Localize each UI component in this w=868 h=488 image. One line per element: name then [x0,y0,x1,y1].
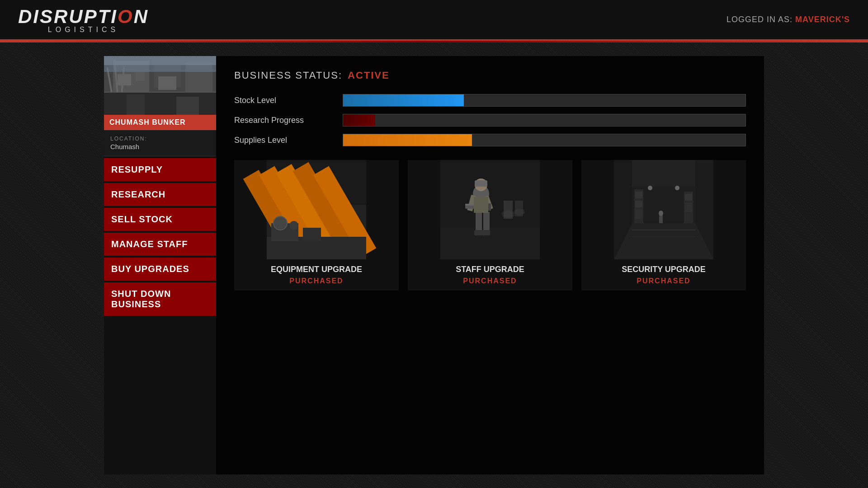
svg-rect-32 [504,201,513,219]
left-panel: Chumash Bunker LOCATION: Chumash Resuppl… [104,56,216,474]
logged-in-label: LOGGED IN AS: [726,15,793,24]
upgrade-card-info-staff-upgrade: Staff UpgradePURCHASED [408,259,572,291]
svg-rect-47 [474,197,488,213]
stat-bar-container-supplies-level [343,134,746,146]
svg-rect-46 [482,230,490,235]
logo-title: DISRUPTION [18,6,149,28]
business-status-row: BUSINESS STATUS: ACTIVE [234,70,746,81]
stat-bar-container-research-progress [343,114,746,127]
svg-rect-16 [104,56,216,65]
upgrade-card-status-equipment-upgrade: PURCHASED [240,277,393,285]
logo-o: O [118,6,134,27]
menu-btn-sell-stock[interactable]: Sell Stock [104,208,216,231]
upgrade-card-status-staff-upgrade: PURCHASED [413,277,567,285]
svg-rect-57 [635,210,642,219]
upgrade-cards: Equipment UpgradePURCHASED Staff Upgrade… [234,160,746,291]
business-status-value: ACTIVE [348,70,390,81]
stat-label-supplies-level: Supplies Level [234,136,334,145]
stats-section: Stock LevelResearch ProgressSupplies Lev… [234,94,746,146]
upgrade-card-name-equipment-upgrade: Equipment Upgrade [240,265,393,274]
main-content: Chumash Bunker LOCATION: Chumash Resuppl… [0,42,868,488]
logged-in-display: LOGGED IN AS: Maverick's [726,15,850,24]
upgrade-card-info-security-upgrade: Security UpgradePURCHASED [581,259,746,291]
svg-rect-11 [176,97,199,115]
svg-rect-45 [474,230,482,235]
upgrade-card-image-security-upgrade [581,160,746,259]
location-info: LOCATION: Chumash [104,130,216,156]
menu-btn-research[interactable]: Research [104,183,216,206]
svg-point-28 [289,221,298,230]
menu-btn-buy-upgrades[interactable]: Buy Upgrades [104,258,216,281]
upgrade-card-name-staff-upgrade: Staff Upgrade [413,265,567,274]
svg-rect-43 [476,212,482,232]
upgrade-card-info-equipment-upgrade: Equipment UpgradePURCHASED [234,259,399,291]
stat-row-research-progress: Research Progress [234,114,746,127]
logo: DISRUPTION LOGISTICS [18,6,149,34]
svg-rect-55 [635,192,642,198]
stat-bar-fill-stock-level [343,94,464,106]
svg-point-65 [648,186,652,190]
svg-rect-37 [475,180,487,187]
stat-row-supplies-level: Supplies Level [234,134,746,146]
bunker-name: Chumash Bunker [104,115,216,130]
upgrade-card-name-security-upgrade: Security Upgrade [587,265,741,274]
svg-rect-10 [127,94,145,115]
menu-buttons: ResupplyResearchSell StockManage StaffBu… [104,158,216,316]
bunker-svg [104,56,216,115]
upgrade-card-status-security-upgrade: PURCHASED [587,277,741,285]
stat-label-research-progress: Research Progress [234,116,334,125]
svg-rect-34 [515,201,523,216]
svg-point-27 [274,216,287,230]
svg-rect-26 [303,228,321,241]
stat-bar-fill-supplies-level [343,134,472,146]
svg-rect-56 [635,201,642,207]
svg-rect-60 [685,203,692,212]
svg-rect-7 [158,76,176,90]
upgrade-card-image-equipment-upgrade [234,160,399,259]
upgrade-card-staff-upgrade[interactable]: Staff UpgradePURCHASED [408,160,572,291]
location-label: LOCATION: [110,136,210,142]
location-value: Chumash [110,143,210,150]
menu-btn-manage-staff[interactable]: Manage Staff [104,233,216,256]
header: DISRUPTION LOGISTICS LOGGED IN AS: Maver… [0,0,868,41]
upgrade-card-equipment-upgrade[interactable]: Equipment UpgradePURCHASED [234,160,399,291]
stat-bar-container-stock-level [343,94,746,107]
upgrade-card-security-upgrade[interactable]: Security UpgradePURCHASED [581,160,746,291]
bunker-image [104,56,216,115]
svg-point-66 [675,186,679,190]
stat-label-stock-level: Stock Level [234,96,334,105]
logo-disruption: DISRUPTION [18,6,149,27]
svg-rect-8 [104,92,216,115]
svg-rect-6 [136,72,145,81]
menu-btn-resupply[interactable]: Resupply [104,158,216,181]
svg-rect-59 [685,194,692,201]
stat-row-stock-level: Stock Level [234,94,746,107]
svg-rect-5 [118,74,131,85]
stat-bar-fill-research-progress [343,114,375,126]
upgrade-card-image-staff-upgrade [408,160,572,259]
business-status-label: BUSINESS STATUS: [234,70,342,81]
svg-rect-44 [483,212,490,232]
right-panel: BUSINESS STATUS: ACTIVE Stock LevelResea… [216,56,764,474]
svg-point-62 [659,211,663,216]
menu-btn-shut-down[interactable]: Shut Down Business [104,282,216,316]
username-display: Maverick's [795,15,850,24]
